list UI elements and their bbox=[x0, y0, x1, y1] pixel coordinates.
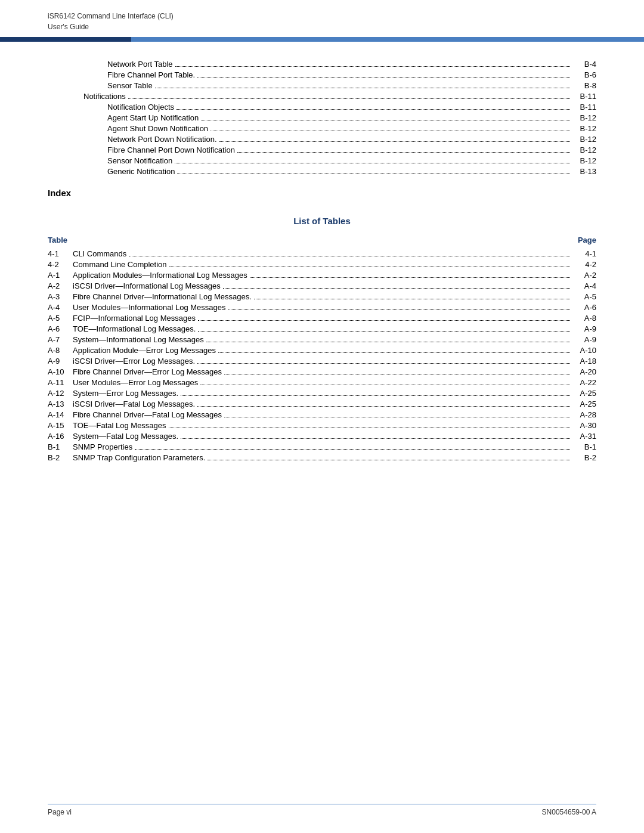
header-line2: User's Guide bbox=[48, 21, 596, 32]
lot-page: 4-1 bbox=[572, 249, 596, 258]
lot-dots bbox=[208, 460, 570, 460]
lot-entry-label: System—Informational Log Messages bbox=[73, 335, 204, 344]
header-title: iSR6142 Command Line Interface (CLI) Use… bbox=[48, 11, 596, 32]
toc-entry: Fibre Channel Port Down Notification B-1… bbox=[48, 145, 596, 154]
toc-page: B-4 bbox=[572, 60, 596, 69]
lot-entry-label: Application Module—Error Log Messages bbox=[73, 346, 216, 355]
toc-page: B-12 bbox=[572, 135, 596, 144]
toc-entry: Notifications B-11 bbox=[48, 92, 596, 101]
lot-entry-label: Fibre Channel Driver—Error Log Messages bbox=[73, 367, 222, 376]
lot-header-page-label: Page bbox=[578, 236, 596, 244]
lot-entry-label: iSCSI Driver—Error Log Messages. bbox=[73, 357, 195, 366]
lot-page: B-1 bbox=[572, 442, 596, 451]
toc-entry-label: Network Port Table bbox=[48, 60, 173, 69]
toc-page: B-12 bbox=[572, 124, 596, 133]
lot-entry-num: A-5 bbox=[48, 314, 73, 323]
lot-entry-label: iSCSI Driver—Informational Log Messages bbox=[73, 281, 221, 290]
lot-entry-num: A-6 bbox=[48, 324, 73, 333]
lot-page: A-25 bbox=[572, 389, 596, 398]
toc-page: B-12 bbox=[572, 156, 596, 165]
toc-dots bbox=[155, 88, 570, 88]
lot-entry-num: B-1 bbox=[48, 442, 73, 451]
lot-entry: A-13 iSCSI Driver—Fatal Log Messages. A-… bbox=[48, 400, 596, 408]
toc-dots bbox=[237, 152, 570, 153]
lot-dots bbox=[169, 267, 570, 267]
index-heading: Index bbox=[48, 188, 596, 198]
toc-entry: Generic Notification B-13 bbox=[48, 167, 596, 176]
header: iSR6142 Command Line Interface (CLI) Use… bbox=[0, 0, 644, 32]
toc-dots bbox=[175, 66, 570, 67]
lot-entry-label: System—Error Log Messages. bbox=[73, 389, 178, 398]
lot-entry: A-8 Application Module—Error Log Message… bbox=[48, 346, 596, 355]
lot-entry: A-11 User Modules—Error Log Messages A-2… bbox=[48, 378, 596, 387]
lot-page: A-22 bbox=[572, 378, 596, 387]
lot-entry-num: A-12 bbox=[48, 389, 73, 398]
lot-entry-num: A-8 bbox=[48, 346, 73, 355]
lot-entry: B-1 SNMP Properties B-1 bbox=[48, 442, 596, 451]
toc-page: B-13 bbox=[572, 167, 596, 176]
lot-page: A-9 bbox=[572, 335, 596, 344]
lot-page: A-8 bbox=[572, 314, 596, 323]
lot-entry: A-6 TOE—Informational Log Messages. A-9 bbox=[48, 324, 596, 333]
lot-dots bbox=[223, 288, 570, 289]
lot-entries: 4-1 CLI Commands 4-1 4-2 Command Line Co… bbox=[48, 249, 596, 462]
toc-entry-label: Notifications bbox=[48, 92, 126, 101]
lot-dots bbox=[206, 342, 570, 342]
toc-entry: Network Port Down Notification. B-12 bbox=[48, 135, 596, 144]
lot-entry: A-16 System—Fatal Log Messages. A-31 bbox=[48, 432, 596, 441]
lot-entry-label: User Modules—Informational Log Messages bbox=[73, 303, 226, 312]
page-container: iSR6142 Command Line Interface (CLI) Use… bbox=[0, 0, 644, 833]
lot-page: A-28 bbox=[572, 410, 596, 419]
lot-entry: 4-1 CLI Commands 4-1 bbox=[48, 249, 596, 258]
toc-dots bbox=[177, 174, 570, 174]
toc-continuation: Network Port Table B-4 Fibre Channel Por… bbox=[48, 60, 596, 176]
toc-entry-label: Sensor Table bbox=[48, 81, 153, 90]
toc-entry: Sensor Table B-8 bbox=[48, 81, 596, 90]
toc-page: B-6 bbox=[572, 70, 596, 79]
lot-entry-num: 4-2 bbox=[48, 260, 73, 269]
lot-dots bbox=[224, 374, 570, 374]
toc-entry: Notification Objects B-11 bbox=[48, 103, 596, 112]
lot-entry-num: A-15 bbox=[48, 421, 73, 430]
footer-right: SN0054659-00 A bbox=[542, 808, 596, 816]
lot-dots bbox=[169, 428, 570, 428]
toc-entry-label: Notification Objects bbox=[48, 103, 174, 112]
lot-dots bbox=[197, 406, 570, 407]
toc-page: B-11 bbox=[572, 92, 596, 101]
toc-entry-label: Generic Notification bbox=[48, 167, 175, 176]
lot-entry-num: A-1 bbox=[48, 271, 73, 280]
toc-entry: Agent Start Up Notification B-12 bbox=[48, 113, 596, 122]
lot-entry-label: SNMP Trap Configuration Parameters. bbox=[73, 453, 205, 462]
lot-entry: A-5 FCIP—Informational Log Messages A-8 bbox=[48, 314, 596, 323]
toc-entry-label: Agent Start Up Notification bbox=[48, 113, 199, 122]
toc-entry-label: Fibre Channel Port Table. bbox=[48, 70, 195, 79]
lot-header: Table Page bbox=[48, 236, 596, 246]
lot-section: List of Tables Table Page 4-1 CLI Comman… bbox=[48, 216, 596, 462]
lot-entry: A-9 iSCSI Driver—Error Log Messages. A-1… bbox=[48, 357, 596, 366]
lot-page: A-2 bbox=[572, 271, 596, 280]
lot-entry: A-2 iSCSI Driver—Informational Log Messa… bbox=[48, 281, 596, 290]
blue-bar-dark bbox=[0, 37, 131, 42]
lot-entry: A-12 System—Error Log Messages. A-25 bbox=[48, 389, 596, 398]
lot-title: List of Tables bbox=[48, 216, 596, 226]
lot-page: B-2 bbox=[572, 453, 596, 462]
lot-entry-label: Fibre Channel Driver—Informational Log M… bbox=[73, 292, 252, 301]
main-content: Network Port Table B-4 Fibre Channel Por… bbox=[0, 42, 644, 488]
footer: Page vi SN0054659-00 A bbox=[48, 804, 596, 816]
lot-entry-label: User Modules—Error Log Messages bbox=[73, 378, 198, 387]
lot-page: A-31 bbox=[572, 432, 596, 441]
lot-entry-label: SNMP Properties bbox=[73, 442, 132, 451]
lot-entry-num: A-13 bbox=[48, 400, 73, 408]
lot-page: A-6 bbox=[572, 303, 596, 312]
lot-entry: A-3 Fibre Channel Driver—Informational L… bbox=[48, 292, 596, 301]
lot-dots bbox=[228, 309, 570, 310]
toc-dots bbox=[197, 77, 570, 78]
lot-page: A-9 bbox=[572, 324, 596, 333]
lot-dots bbox=[181, 395, 570, 396]
lot-entry-num: A-11 bbox=[48, 378, 73, 387]
lot-dots bbox=[224, 417, 570, 417]
lot-dots bbox=[129, 256, 570, 256]
lot-dots bbox=[135, 449, 570, 450]
toc-entry: Fibre Channel Port Table. B-6 bbox=[48, 70, 596, 79]
lot-page: A-10 bbox=[572, 346, 596, 355]
